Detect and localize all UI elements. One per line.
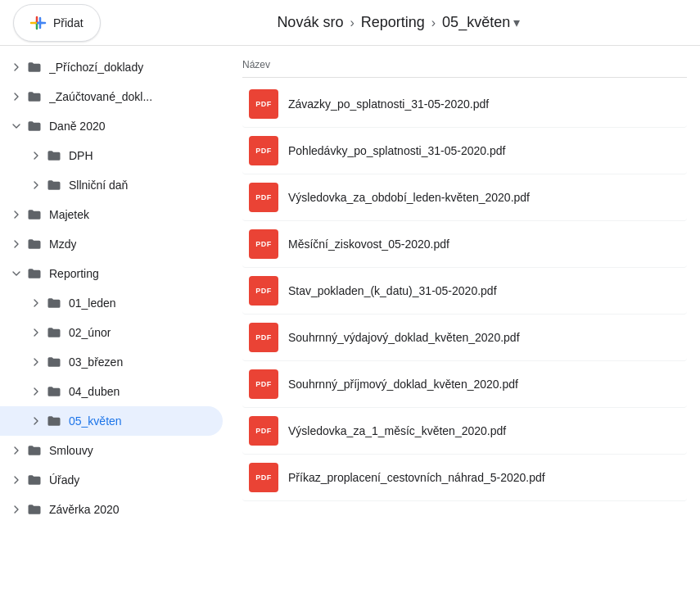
expand-arrow-prichozi[interactable] <box>7 57 26 77</box>
sidebar-item-kveten[interactable]: 05_květen <box>0 406 223 436</box>
breadcrumb-current: 05_květen ▾ <box>442 14 520 31</box>
sidebar-label-prichozi: _Příchozí_doklady <box>49 61 143 74</box>
folder-icon-prichozi <box>26 59 43 75</box>
sidebar-label-smlouvy: Smlouvy <box>49 444 93 457</box>
sidebar-label-sllnicni: Sllniční daň <box>69 179 128 192</box>
sidebar-item-zaucto[interactable]: _Zaúčtované_dokl... <box>0 82 223 111</box>
folder-icon-zaverk2020 <box>26 501 43 518</box>
file-item-f4[interactable]: PDFMěsíční_ziskovost_05-2020.pdf <box>242 221 687 268</box>
pdf-icon-f4: PDF <box>249 229 278 259</box>
sidebar-item-dph[interactable]: DPH <box>0 141 223 170</box>
expand-arrow-reporting[interactable] <box>7 264 26 283</box>
folder-icon-dph <box>46 147 62 164</box>
expand-arrow-unor[interactable] <box>26 323 46 342</box>
folder-icon-kveten <box>46 413 62 429</box>
sidebar-label-duben: 04_duben <box>69 385 120 398</box>
sidebar-item-unor[interactable]: 02_únor <box>0 318 223 347</box>
file-item-f2[interactable]: PDFPohledávky_po_splatnosti_31-05-2020.p… <box>242 128 687 174</box>
pdf-icon-f3: PDF <box>249 183 278 212</box>
file-name-f8: Výsledovka_za_1_měsíc_květen_2020.pdf <box>288 424 506 437</box>
file-item-f5[interactable]: PDFStav_pokladen_(k_datu)_31-05-2020.pdf <box>242 268 687 315</box>
sidebar-label-unor: 02_únor <box>69 326 111 339</box>
breadcrumb-root[interactable]: Novák sro <box>277 14 343 31</box>
pdf-icon-f1: PDF <box>249 89 278 119</box>
file-name-f4: Měsíční_ziskovost_05-2020.pdf <box>288 238 449 251</box>
folder-icon-urady <box>26 472 43 488</box>
sidebar-item-leden[interactable]: 01_leden <box>0 288 223 318</box>
expand-arrow-duben[interactable] <box>26 382 46 401</box>
file-name-f9: Příkaz_proplacení_cestovních_náhrad_5-20… <box>288 471 545 484</box>
file-name-f5: Stav_pokladen_(k_datu)_31-05-2020.pdf <box>288 284 497 297</box>
folder-icon-smlouvy <box>26 442 43 459</box>
sidebar-item-duben[interactable]: 04_duben <box>0 377 223 406</box>
expand-arrow-sllnicni[interactable] <box>26 175 46 195</box>
folder-icon-duben <box>46 383 62 400</box>
file-name-f1: Závazky_po_splatnosti_31-05-2020.pdf <box>288 97 489 111</box>
folder-icon-sllnicni <box>46 177 62 193</box>
file-item-f6[interactable]: PDFSouhrnný_výdajový_doklad_květen_2020.… <box>242 315 687 361</box>
expand-arrow-majetek[interactable] <box>7 205 26 224</box>
main-layout: _Příchozí_doklady _Zaúčtované_dokl... Da… <box>0 46 700 593</box>
breadcrumb-sep-1: › <box>350 16 354 30</box>
sidebar-label-zaverk2020: Závěrka 2020 <box>49 503 120 516</box>
folder-icon-zaucto <box>26 88 43 105</box>
pdf-icon-f8: PDF <box>249 416 278 446</box>
expand-arrow-smlouvy[interactable] <box>7 441 26 460</box>
file-item-f8[interactable]: PDFVýsledovka_za_1_měsíc_květen_2020.pdf <box>242 408 687 455</box>
expand-arrow-kveten[interactable] <box>26 411 46 431</box>
file-item-f9[interactable]: PDFPříkaz_proplacení_cestovních_náhrad_5… <box>242 455 687 501</box>
sidebar-item-smlouvy[interactable]: Smlouvy <box>0 436 223 465</box>
pdf-icon-f2: PDF <box>249 136 278 165</box>
sidebar-item-reporting[interactable]: Reporting <box>0 259 223 288</box>
sidebar-item-urady[interactable]: Úřady <box>0 465 223 495</box>
breadcrumb-chevron-icon[interactable]: ▾ <box>513 15 520 30</box>
file-item-f1[interactable]: PDFZávazky_po_splatnosti_31-05-2020.pdf <box>242 81 687 128</box>
sidebar-label-urady: Úřady <box>49 473 79 487</box>
sidebar-item-dane2020[interactable]: Daně 2020 <box>0 111 223 141</box>
file-item-f7[interactable]: PDFSouhrnný_příjmový_doklad_květen_2020.… <box>242 361 687 408</box>
add-button[interactable]: Přidat <box>13 4 101 42</box>
sidebar: _Příchozí_doklady _Zaúčtované_dokl... Da… <box>0 46 229 593</box>
expand-arrow-urady[interactable] <box>7 470 26 490</box>
pdf-icon-f9: PDF <box>249 463 278 492</box>
sidebar-item-majetek[interactable]: Majetek <box>0 200 223 229</box>
sidebar-label-majetek: Majetek <box>49 208 89 221</box>
file-item-f3[interactable]: PDFVýsledovka_za_období_leden-květen_202… <box>242 174 687 221</box>
expand-arrow-leden[interactable] <box>26 293 46 313</box>
folder-icon-reporting <box>26 265 43 282</box>
breadcrumb-sep-2: › <box>431 16 436 30</box>
file-name-f2: Pohledávky_po_splatnosti_31-05-2020.pdf <box>288 144 505 157</box>
sidebar-label-zaucto: _Zaúčtované_dokl... <box>49 90 152 103</box>
file-name-f3: Výsledovka_za_období_leden-květen_2020.p… <box>288 191 530 204</box>
folder-icon-unor <box>46 324 62 341</box>
sidebar-label-brezen: 03_březen <box>69 355 123 369</box>
expand-arrow-zaucto[interactable] <box>7 87 26 106</box>
expand-arrow-brezen[interactable] <box>26 352 46 372</box>
breadcrumb: Novák sro › Reporting › 05_květen ▾ <box>111 14 687 31</box>
sidebar-item-mzdy[interactable]: Mzdy <box>0 229 223 259</box>
sidebar-label-kveten: 05_květen <box>69 414 122 428</box>
sidebar-item-prichozi[interactable]: _Příchozí_doklady <box>0 52 223 82</box>
folder-icon-leden <box>46 295 62 311</box>
sidebar-label-dane2020: Daně 2020 <box>49 120 106 133</box>
sidebar-item-sllnicni[interactable]: Sllniční daň <box>0 170 223 200</box>
sidebar-label-mzdy: Mzdy <box>49 238 76 251</box>
sidebar-label-dph: DPH <box>69 149 93 162</box>
sidebar-item-zaverk2020[interactable]: Závěrka 2020 <box>0 495 223 524</box>
pdf-icon-f6: PDF <box>249 323 278 352</box>
google-plus-color-icon <box>27 13 47 33</box>
pdf-icon-f5: PDF <box>249 276 278 306</box>
sidebar-item-brezen[interactable]: 03_březen <box>0 347 223 377</box>
expand-arrow-zaverk2020[interactable] <box>7 500 26 519</box>
pdf-icon-f7: PDF <box>249 369 278 399</box>
file-name-f7: Souhrnný_příjmový_doklad_květen_2020.pdf <box>288 378 518 391</box>
content-area: Název PDFZávazky_po_splatnosti_31-05-202… <box>229 46 700 593</box>
breadcrumb-parent[interactable]: Reporting <box>361 14 425 31</box>
expand-arrow-dph[interactable] <box>26 146 46 165</box>
sidebar-label-reporting: Reporting <box>49 267 99 280</box>
expand-arrow-mzdy[interactable] <box>7 234 26 254</box>
folder-icon-mzdy <box>26 236 43 252</box>
folder-icon-dane2020 <box>26 118 43 134</box>
expand-arrow-dane2020[interactable] <box>7 116 26 136</box>
file-list: PDFZávazky_po_splatnosti_31-05-2020.pdfP… <box>242 81 687 501</box>
